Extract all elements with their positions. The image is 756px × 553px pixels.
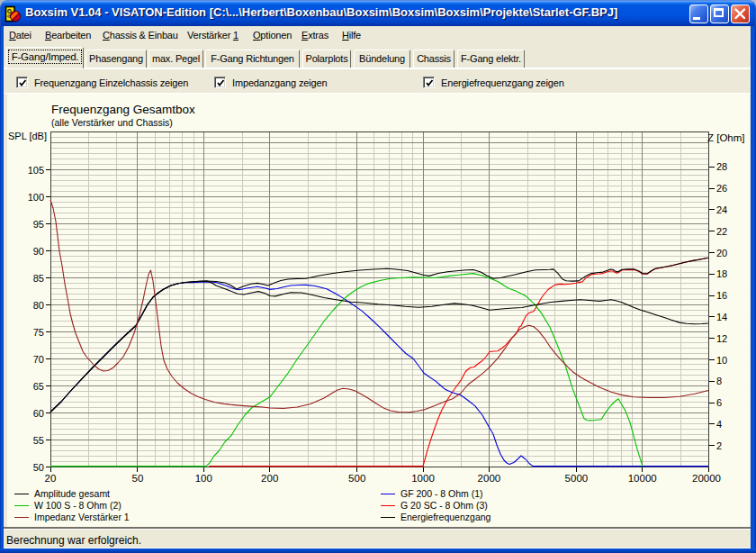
svg-text:Frequenzgang Gesamtbox: Frequenzgang Gesamtbox <box>51 103 195 116</box>
svg-text:2: 2 <box>716 440 722 451</box>
svg-text:2000: 2000 <box>478 473 501 484</box>
svg-text:1000: 1000 <box>411 473 435 484</box>
svg-text:(alle Verstärker und Chassis): (alle Verstärker und Chassis) <box>51 117 173 128</box>
svg-text:G 20 SC - 8 Ohm (3): G 20 SC - 8 Ohm (3) <box>400 500 488 511</box>
svg-text:Amplitude gesamt: Amplitude gesamt <box>34 488 110 499</box>
svg-text:20000: 20000 <box>692 473 721 484</box>
svg-text:80: 80 <box>33 300 44 311</box>
svg-text:105: 105 <box>28 165 44 176</box>
svg-text:200: 200 <box>261 473 278 484</box>
svg-text:18: 18 <box>716 268 727 279</box>
svg-text:50: 50 <box>33 462 44 473</box>
svg-text:GF 200 - 8 Ohm (1): GF 200 - 8 Ohm (1) <box>400 488 483 499</box>
svg-text:75: 75 <box>33 327 44 338</box>
svg-text:8: 8 <box>716 376 722 386</box>
svg-text:70: 70 <box>33 354 44 365</box>
svg-text:Impedanz Verstärker 1: Impedanz Verstärker 1 <box>34 512 130 522</box>
svg-text:24: 24 <box>716 204 727 215</box>
svg-text:SPL [dB]: SPL [dB] <box>8 131 47 141</box>
svg-text:Energiefrequenzgang: Energiefrequenzgang <box>400 512 491 522</box>
svg-text:Z [Ohm]: Z [Ohm] <box>707 132 745 143</box>
svg-text:26: 26 <box>716 183 727 194</box>
svg-text:14: 14 <box>716 312 727 322</box>
svg-text:20: 20 <box>716 248 727 258</box>
svg-text:12: 12 <box>716 333 727 344</box>
svg-text:22: 22 <box>716 226 727 237</box>
svg-text:50: 50 <box>132 473 144 484</box>
svg-text:65: 65 <box>33 381 44 392</box>
svg-text:55: 55 <box>33 435 44 446</box>
svg-text:20: 20 <box>45 473 57 484</box>
svg-text:85: 85 <box>33 273 44 284</box>
svg-text:4: 4 <box>716 419 722 430</box>
svg-text:95: 95 <box>33 219 44 230</box>
svg-text:10: 10 <box>716 355 727 366</box>
svg-text:100: 100 <box>28 192 44 203</box>
svg-text:W 100 S - 8 Ohm (2): W 100 S - 8 Ohm (2) <box>34 500 122 511</box>
svg-text:60: 60 <box>33 408 44 419</box>
svg-text:90: 90 <box>33 246 44 257</box>
svg-text:6: 6 <box>716 397 722 408</box>
svg-text:10000: 10000 <box>628 473 657 484</box>
svg-text:5000: 5000 <box>565 473 589 484</box>
svg-text:28: 28 <box>716 161 727 172</box>
svg-text:100: 100 <box>195 473 212 484</box>
svg-text:16: 16 <box>716 290 727 301</box>
svg-text:500: 500 <box>348 473 365 484</box>
